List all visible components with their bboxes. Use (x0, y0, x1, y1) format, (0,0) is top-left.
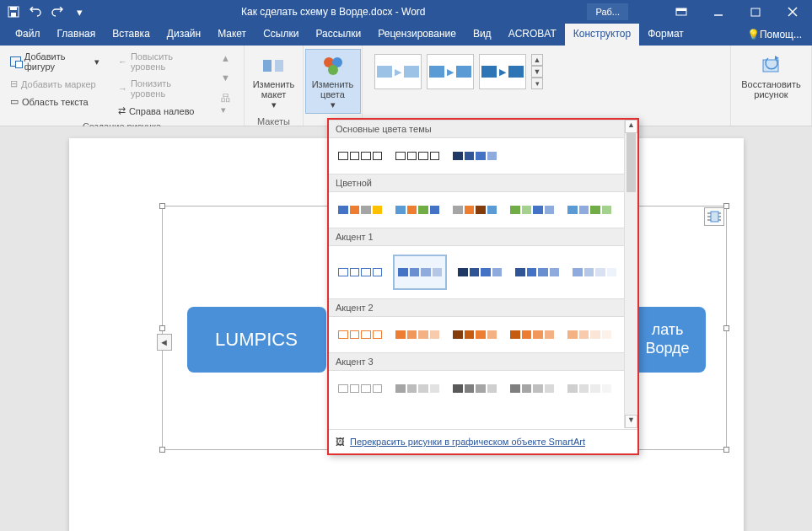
change-layout-icon (261, 52, 288, 79)
style-thumb-3[interactable]: ▶ (479, 54, 526, 89)
ribbon-tabs: Файл Главная Вставка Дизайн Макет Ссылки… (0, 24, 812, 46)
svg-rect-4 (676, 8, 686, 11)
tell-me-label: Помощ... (760, 29, 802, 40)
style-thumb-1[interactable]: ▶ (374, 54, 422, 89)
tab-smartart-format[interactable]: Формат (639, 24, 692, 46)
color-swatch[interactable] (450, 201, 499, 219)
section-accent3: Акцент 3 (329, 352, 637, 371)
gallery-more[interactable]: ▲▼▾ (531, 54, 543, 89)
save-button[interactable] (3, 3, 24, 21)
tab-review[interactable]: Рецензирование (369, 24, 465, 46)
tab-references[interactable]: Ссылки (255, 24, 307, 46)
color-swatch[interactable] (336, 147, 384, 165)
change-colors-button[interactable]: Изменить цвета ▾ (305, 49, 361, 114)
color-swatch[interactable] (455, 263, 504, 282)
window-title: Как сделать схему в Ворде.docx - Word (241, 6, 426, 18)
color-swatch[interactable] (450, 325, 499, 344)
reset-graphic-button[interactable]: Восстановить рисунок (734, 49, 809, 103)
color-swatch[interactable] (393, 147, 442, 165)
smartart-shape-2[interactable]: латьВорде (630, 307, 706, 373)
section-theme-colors: Основные цвета темы (329, 120, 637, 138)
redo-button[interactable] (47, 3, 67, 21)
recolor-link[interactable]: Перекрасить рисунки в графическом объект… (350, 437, 585, 447)
svg-rect-15 (711, 212, 718, 222)
section-accent1: Акцент 1 (329, 228, 637, 246)
add-bullet-button[interactable]: ⊟ Добавить маркер (7, 76, 103, 92)
change-colors-dropdown: Основные цвета темы Цветной Акцент 1 Акц… (327, 118, 639, 455)
color-swatch[interactable] (450, 379, 499, 398)
color-swatch[interactable] (393, 379, 442, 398)
reset-icon (758, 52, 785, 79)
dropdown-scrollbar[interactable]: ▲▼ (624, 120, 637, 428)
tab-view[interactable]: Вид (465, 24, 500, 46)
color-swatch[interactable] (565, 379, 614, 398)
svg-point-13 (328, 65, 338, 75)
color-swatch[interactable] (393, 325, 442, 344)
svg-rect-9 (263, 60, 272, 72)
demote-button[interactable]: → Понизить уровень (115, 76, 206, 101)
svg-rect-1 (10, 7, 17, 10)
rtl-button[interactable]: ⇄ Справа налево (115, 103, 206, 119)
smartart-shape-1[interactable]: LUMPICS (187, 307, 326, 373)
recolor-icon: 🖼 (336, 437, 345, 447)
color-swatch[interactable] (508, 325, 557, 344)
color-swatch[interactable] (565, 201, 614, 219)
section-accent2: Акцент 2 (329, 298, 637, 317)
color-swatch[interactable] (336, 325, 384, 344)
contextual-tab-label[interactable]: Раб... (587, 3, 628, 20)
add-shape-icon (10, 56, 21, 67)
color-swatch-selected[interactable] (393, 255, 447, 290)
svg-rect-10 (275, 60, 283, 72)
dropdown-footer[interactable]: 🖼 Перекрасить рисунки в графическом объе… (329, 429, 637, 453)
tab-design[interactable]: Дизайн (159, 24, 209, 46)
maximize-button[interactable] (738, 0, 773, 24)
move-up-button[interactable]: ▲ (218, 51, 237, 66)
tell-me[interactable]: 💡 Помощ... (737, 24, 812, 46)
add-shape-button[interactable]: Добавить фигуру ▾ (7, 49, 103, 74)
color-swatch[interactable] (393, 201, 442, 219)
color-swatch[interactable] (508, 201, 557, 219)
promote-button[interactable]: ← Повысить уровень (115, 49, 206, 74)
color-swatch[interactable] (336, 263, 384, 282)
tab-home[interactable]: Главная (49, 24, 105, 46)
titlebar: ▾ Как сделать схему в Ворде.docx - Word … (0, 0, 812, 24)
svg-rect-2 (11, 13, 16, 17)
tab-mailings[interactable]: Рассылки (307, 24, 369, 46)
smartart-style-gallery: ▶ ▶ ▶ ▲▼▾ (369, 49, 723, 94)
tab-file[interactable]: Файл (7, 24, 49, 46)
close-button[interactable] (775, 0, 810, 24)
group-label-layouts: Макеты (257, 114, 290, 126)
color-swatch[interactable] (570, 263, 619, 282)
color-swatch[interactable] (513, 263, 562, 282)
change-layout-button[interactable]: Изменить макет ▾ (246, 49, 302, 114)
tab-insert[interactable]: Вставка (104, 24, 159, 46)
color-swatch[interactable] (336, 379, 384, 398)
tab-smartart-design[interactable]: Конструктор (565, 24, 639, 46)
text-pane-toggle-left[interactable]: ◄ (157, 334, 172, 351)
text-pane-button[interactable]: ▭ Область текста (7, 94, 103, 110)
color-swatch[interactable] (565, 325, 614, 344)
section-colorful: Цветной (329, 174, 637, 192)
minimize-button[interactable] (701, 0, 736, 24)
move-down-button[interactable]: ▼ (218, 70, 237, 85)
qat-more-button[interactable]: ▾ (69, 3, 89, 21)
quick-access-toolbar: ▾ (0, 3, 89, 21)
svg-rect-6 (751, 8, 760, 16)
layout-options-button[interactable] (704, 207, 724, 226)
layout-direction-button[interactable]: 品▾ (218, 89, 237, 118)
color-swatch[interactable] (336, 201, 384, 219)
change-colors-icon (320, 52, 347, 79)
ribbon-options-button[interactable] (664, 0, 699, 24)
color-swatch[interactable] (450, 147, 499, 165)
tab-layout[interactable]: Макет (209, 24, 255, 46)
color-swatch[interactable] (508, 379, 557, 398)
style-thumb-2[interactable]: ▶ (427, 54, 474, 89)
ribbon: Добавить фигуру ▾ ⊟ Добавить маркер ▭ Об… (0, 46, 812, 126)
undo-button[interactable] (25, 3, 46, 21)
tab-acrobat[interactable]: ACROBAT (500, 24, 565, 46)
